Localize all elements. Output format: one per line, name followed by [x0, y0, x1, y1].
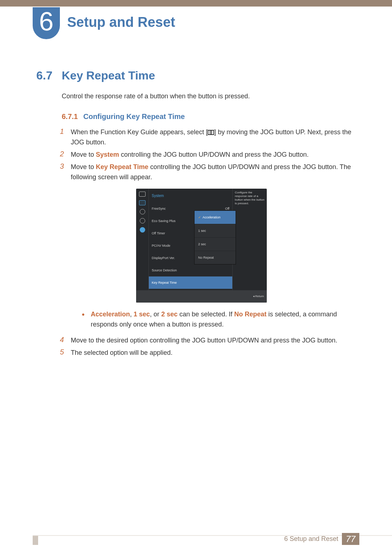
section-number: 6.7 [36, 69, 62, 82]
screen-icon [139, 200, 146, 205]
step-text: controlling the JOG button UP/DOWN and p… [119, 151, 309, 158]
subsection-number: 6.7.1 [62, 112, 78, 121]
bullet-text: Acceleration, 1 sec, or 2 sec can be sel… [91, 309, 363, 329]
step-body: Move to System controlling the JOG butto… [71, 149, 363, 160]
hl-norepeat: No Repeat [234, 311, 266, 318]
osd-option-2sec: 2 sec [195, 238, 236, 251]
page-number: 77 [342, 533, 359, 545]
step-number: 3 [60, 162, 71, 171]
osd-popup: Acceleration 1 sec 2 sec No Repeat [194, 210, 236, 264]
osd-option-1sec: 1 sec [195, 224, 236, 238]
step-number: 4 [60, 335, 71, 344]
step-1: 1 When the Function Key Guide appears, s… [60, 127, 363, 147]
section-intro-text: Control the response rate of a button wh… [62, 93, 250, 100]
highlight-key-repeat: Key Repeat Time [96, 163, 148, 171]
text: , or [150, 311, 161, 318]
step-number: 2 [60, 149, 71, 158]
chapter-number-badge: 6 [33, 7, 60, 39]
osd-menu-title: System [149, 190, 232, 202]
osd-option-acceleration: Acceleration [195, 211, 236, 224]
step-text: When the Function Key Guide appears, sel… [71, 128, 208, 136]
bullet-icon: ● [82, 309, 91, 329]
hl-2sec: 2 sec [161, 311, 177, 318]
step-4: 4 Move to the desired option controlling… [60, 335, 363, 345]
osd-description: Configure the response rate of a button … [232, 189, 267, 290]
section-title: Key Repeat Time [62, 69, 155, 82]
osd-row-source: Source Detection [149, 264, 232, 276]
page-footer: 6 Setup and Reset 77 [284, 533, 359, 545]
hl-1sec: 1 sec [134, 311, 150, 318]
text: can be selected. If [177, 311, 234, 318]
step-3: 3 Move to Key Repeat Time controlling th… [60, 162, 363, 333]
gear-icon [140, 218, 145, 223]
chapter-title: Setup and Reset [67, 15, 175, 30]
top-color-band [0, 0, 392, 7]
osd-sidebar-icons [136, 189, 149, 290]
step-body: Move to the desired option controlling t… [71, 335, 363, 345]
highlight-system: System [96, 151, 119, 158]
footer-chapter-label: 6 Setup and Reset [284, 535, 338, 543]
step-2: 2 Move to System controlling the JOG but… [60, 149, 363, 160]
osd-row-keyrepeat: Key Repeat Time [149, 276, 232, 289]
osd-screenshot: System FreeSyncOff Eco Saving PlusOff Of… [136, 189, 267, 303]
osd-option-norepeat: No Repeat [195, 251, 236, 264]
section-heading: 6.7 Key Repeat Time [36, 69, 363, 82]
step-body: Move to Key Repeat Time controlling the … [71, 162, 363, 333]
step-number: 5 [60, 348, 71, 356]
bullet-note: ● Acceleration, 1 sec, or 2 sec can be s… [82, 309, 363, 329]
step-text: Move to [71, 163, 96, 171]
subsection-title: Configuring Key Repeat Time [83, 112, 185, 121]
picture-icon [139, 192, 146, 197]
text: , [130, 311, 134, 318]
steps-list: 1 When the Function Key Guide appears, s… [60, 127, 363, 360]
step-number: 1 [60, 127, 71, 136]
info-icon [140, 227, 145, 233]
step-body: The selected option will be applied. [71, 348, 363, 358]
footer-accent-block [33, 536, 38, 545]
hl-acceleration: Acceleration [91, 311, 130, 318]
options-icon [140, 209, 145, 214]
osd-return-hint: Return [136, 290, 267, 303]
osd-menu-list: System FreeSyncOff Eco Saving PlusOff Of… [149, 189, 232, 290]
subsection-heading: 6.7.1 Configuring Key Repeat Time [62, 112, 185, 121]
step-text: Move to [71, 151, 96, 158]
step-body: When the Function Key Guide appears, sel… [71, 127, 363, 147]
step-5: 5 The selected option will be applied. [60, 348, 363, 358]
menu-icon [208, 130, 214, 135]
